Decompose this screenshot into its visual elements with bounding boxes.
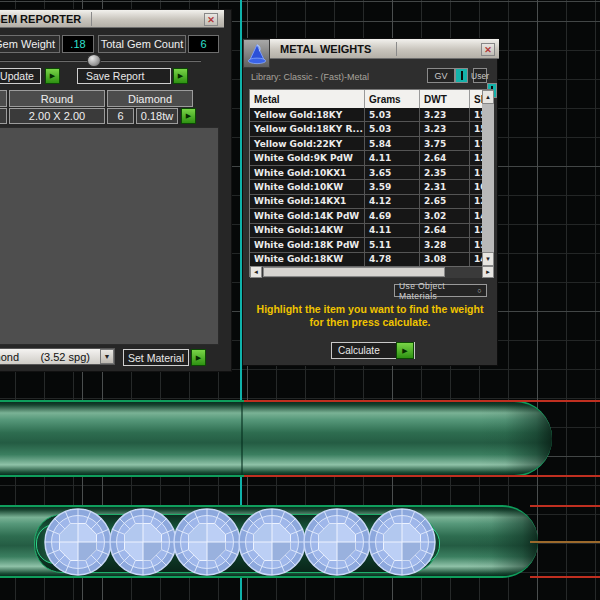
scale-icon	[243, 39, 270, 68]
vertical-scrollbar[interactable]	[482, 90, 494, 266]
metal-row[interactable]: Yellow Gold:18KY5.033.2315.41	[250, 108, 482, 122]
library-label: Library: Classic - (Fast)-Metal	[251, 72, 369, 82]
metal-row[interactable]: White Gold:14K PdW4.693.0214.37	[250, 209, 482, 223]
scroll-right-icon[interactable]: ►	[482, 266, 494, 278]
user-toggle-button[interactable]: User	[473, 68, 487, 83]
metal-row[interactable]: Yellow Gold:22KY5.843.7517.89	[250, 137, 482, 151]
band-seam-line	[241, 402, 243, 475]
gem-reporter-titlebar[interactable]: GEM REPORTER	[0, 10, 224, 28]
header-spg: SPG	[470, 90, 482, 108]
total-gem-count-value: 6	[188, 35, 219, 53]
gem-stone-5[interactable]	[302, 507, 372, 577]
gem-row-weight: 0.18tw	[136, 108, 178, 124]
calculate-go-icon: ▶	[396, 342, 414, 359]
metal-row[interactable]: White Gold:9K PdW4.112.6412.59	[250, 151, 482, 165]
metal-table-header: Metal Grams DWT SPG	[250, 90, 482, 108]
rail-curve-lower-top	[530, 505, 600, 507]
slider-knob[interactable]	[87, 54, 101, 67]
metal-row[interactable]: White Gold:18K PdW5.113.2815.65	[250, 238, 482, 252]
instruction-line-2: for then press calculate.	[243, 316, 497, 328]
header-grams: Grams	[365, 90, 420, 108]
rail-curve-lower-center	[530, 541, 600, 543]
gem-row-size: 2.00 X 2.00	[9, 108, 105, 124]
gem-stone-1[interactable]	[43, 507, 113, 577]
report-area	[0, 127, 219, 345]
gem-reporter-title: GEM REPORTER	[0, 13, 81, 25]
dropdown-arrow-icon[interactable]: ▼	[100, 349, 114, 364]
scroll-down-icon[interactable]: ▼	[482, 252, 494, 266]
metal-table: Metal Grams DWT SPG Yellow Gold:18KY5.03…	[249, 89, 493, 277]
save-report-go-icon[interactable]: ▶	[173, 68, 188, 84]
gv-toggle-button[interactable]: GV	[427, 68, 455, 83]
horizontal-scroll-thumb[interactable]	[263, 267, 445, 277]
titlebar-divider	[396, 42, 397, 56]
metal-row[interactable]: White Gold:14KW4.112.6412.59	[250, 224, 482, 238]
instruction-line-1: Highlight the item you want to find the …	[243, 303, 497, 315]
calculate-button[interactable]: Calculate ▶	[331, 342, 415, 359]
set-material-button[interactable]: Set Material	[123, 349, 189, 366]
gem-stone-4[interactable]	[237, 507, 307, 577]
gem-stone-3[interactable]	[172, 507, 242, 577]
gem-row-count: 6	[107, 108, 134, 124]
total-gem-count-label: Total Gem Count	[98, 35, 186, 53]
band-end-cap	[466, 507, 538, 576]
set-material-go-icon[interactable]: ▶	[191, 349, 206, 366]
use-object-materials-button[interactable]: Use Object Materials ○	[394, 284, 487, 297]
close-icon[interactable]: ✕	[481, 43, 495, 56]
gem-row-lead	[0, 108, 7, 124]
save-report-button[interactable]: Save Report	[77, 68, 171, 84]
header-dwt: DWT	[420, 90, 470, 108]
ring-band-upper[interactable]	[0, 400, 552, 477]
titlebar-divider	[91, 12, 92, 26]
band-end-cap	[480, 402, 552, 475]
radio-circle-icon: ○	[477, 287, 482, 294]
metal-weights-title: METAL WEIGHTS	[270, 43, 371, 55]
close-icon[interactable]: ✕	[204, 13, 218, 26]
rail-curve-upper-top	[244, 400, 600, 402]
metal-table-rows: Yellow Gold:18KY5.033.2315.41 Yellow Gol…	[250, 108, 482, 266]
rail-curve-lower-bottom	[530, 576, 600, 578]
scroll-up-icon[interactable]: ▲	[482, 90, 494, 104]
metal-row[interactable]: White Gold:18KW4.783.0814.66	[250, 253, 482, 266]
metal-row[interactable]: White Gold:10KX13.652.3511.18	[250, 166, 482, 180]
rail-curve-upper-bottom	[244, 475, 600, 477]
gem-table-header-round: Round	[9, 90, 105, 107]
viewport-3d[interactable]: GEM REPORTER ✕ Gem Weight .18 Total Gem …	[0, 0, 600, 600]
material-dropdown[interactable]: Diamond (3.52 spg)	[0, 348, 115, 365]
use-object-materials-label: Use Object Materials	[399, 281, 477, 301]
gem-row-go-icon[interactable]: ▶	[181, 108, 196, 124]
gem-stone-2[interactable]	[108, 507, 178, 577]
scroll-left-icon[interactable]: ◄	[250, 266, 262, 278]
gem-weight-value: .18	[62, 35, 94, 53]
metal-row[interactable]: Yellow Gold:18KY R...5.033.2315.41	[250, 122, 482, 136]
metal-weights-panel: METAL WEIGHTS ✕ Library: Classic - (Fast…	[242, 38, 498, 366]
calculate-label: Calculate	[332, 345, 396, 356]
metal-row[interactable]: White Gold:14KX14.122.6512.61	[250, 195, 482, 209]
metal-row[interactable]: White Gold:10KW3.592.3110.99	[250, 180, 482, 194]
gem-reporter-panel: GEM REPORTER ✕ Gem Weight .18 Total Gem …	[0, 9, 232, 372]
gem-weight-label: Gem Weight	[0, 35, 60, 53]
gem-table-header-diamond: Diamond	[107, 90, 193, 107]
gem-stone-6[interactable]	[367, 507, 437, 577]
gem-table-corner	[0, 90, 7, 107]
update-go-icon[interactable]: ▶	[45, 68, 60, 84]
metal-weights-titlebar[interactable]: METAL WEIGHTS	[270, 39, 499, 59]
header-metal: Metal	[250, 90, 365, 108]
update-button[interactable]: Update	[0, 68, 41, 84]
gv-toggle-led-icon[interactable]	[455, 68, 468, 83]
